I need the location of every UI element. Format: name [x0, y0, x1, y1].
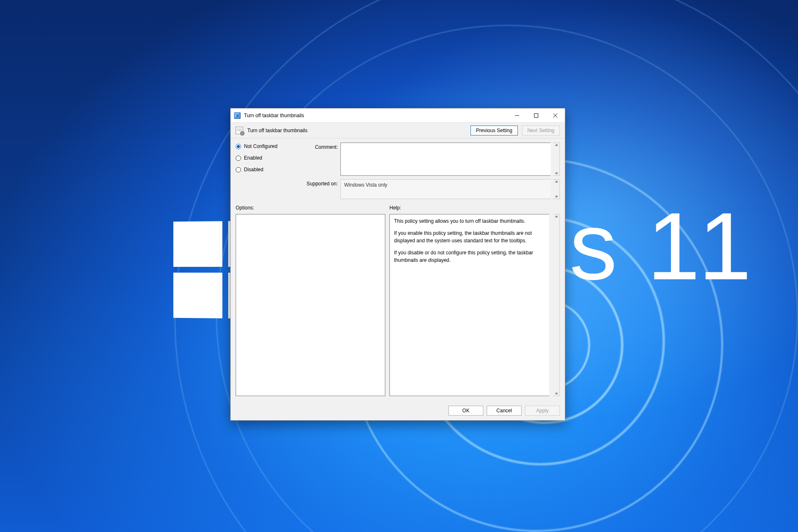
radio-enabled[interactable]: Enabled — [236, 155, 298, 161]
state-radio-group: Not Configured Enabled Disabled — [236, 143, 298, 172]
apply-button: Apply — [525, 406, 560, 416]
help-scrollbar[interactable] — [553, 214, 560, 396]
titlebar[interactable]: Turn off taskbar thumbnails — [231, 108, 565, 123]
window-title: Turn off taskbar thumbnails — [244, 113, 304, 118]
options-panel[interactable] — [236, 214, 385, 396]
help-text: This policy setting allows you to turn o… — [394, 218, 545, 225]
policy-setting-icon — [236, 127, 243, 134]
help-label: Help: — [389, 205, 560, 211]
scroll-up-icon — [555, 144, 558, 146]
dialog-footer: OK Cancel Apply — [231, 401, 565, 420]
policy-dialog: Turn off taskbar thumbnails Turn off tas… — [230, 108, 565, 421]
scroll-up-icon — [555, 180, 558, 182]
supported-on-label: Supported on: — [300, 179, 338, 187]
radio-label: Not Configured — [244, 143, 278, 149]
close-button[interactable] — [546, 108, 565, 122]
scroll-down-icon — [555, 172, 558, 175]
previous-setting-button[interactable]: Previous Setting — [470, 126, 517, 135]
windows-11-text: s 11 — [569, 191, 750, 301]
scroll-down-icon — [555, 393, 558, 395]
scroll-down-icon — [555, 196, 558, 198]
radio-disabled[interactable]: Disabled — [236, 167, 298, 172]
app-icon — [234, 112, 241, 119]
supported-scrollbar[interactable] — [553, 179, 560, 199]
radio-label: Enabled — [244, 155, 262, 161]
comment-label: Comment: — [300, 143, 338, 150]
help-text: If you disable or do not configure this … — [394, 249, 545, 264]
supported-on-field: Windows Vista only — [340, 179, 551, 199]
svg-rect-1 — [534, 113, 538, 117]
toolbar: Turn off taskbar thumbnails Previous Set… — [231, 123, 565, 138]
setting-name: Turn off taskbar thumbnails — [247, 128, 308, 133]
help-text: If you enable this policy setting, the t… — [394, 230, 545, 244]
scroll-up-icon — [555, 215, 558, 217]
radio-icon — [236, 155, 241, 161]
minimize-button[interactable] — [507, 108, 527, 122]
radio-icon — [236, 144, 241, 149]
cancel-button[interactable]: Cancel — [487, 406, 522, 416]
maximize-button[interactable] — [527, 108, 546, 122]
radio-icon — [236, 167, 241, 172]
next-setting-button: Next Setting — [522, 126, 560, 135]
ok-button[interactable]: OK — [448, 406, 483, 416]
comment-field[interactable] — [340, 143, 551, 176]
radio-label: Disabled — [244, 167, 264, 172]
radio-not-configured[interactable]: Not Configured — [236, 143, 298, 149]
options-label: Options: — [236, 205, 385, 211]
comment-scrollbar[interactable] — [553, 143, 560, 176]
help-panel[interactable]: This policy setting allows you to turn o… — [389, 214, 549, 396]
